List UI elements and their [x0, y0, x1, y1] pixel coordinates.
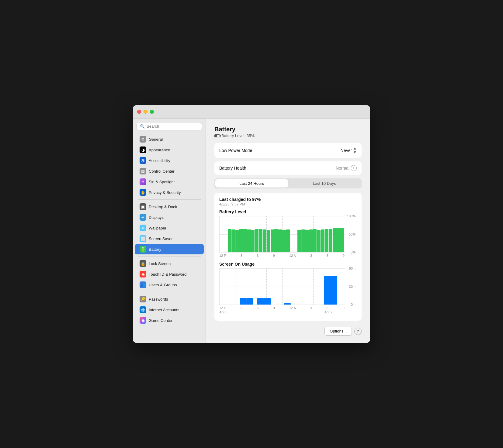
bar-group-15 [282, 216, 286, 252]
battery-health-value-wrap: Normal i [336, 165, 357, 171]
bar-group-r7 [321, 216, 324, 252]
label-50pct: 50% [349, 233, 356, 236]
sx-label-6a: 6 [257, 306, 258, 310]
sidebar-label-controlcenter: Control Center [149, 169, 175, 174]
date-label-left: Apr 6 [219, 310, 279, 314]
label-0pct: 0% [351, 250, 356, 254]
sidebar-label-gamecenter: Game Center [149, 318, 172, 323]
screen-bars [220, 268, 345, 305]
sidebar-item-touchid[interactable]: ◉ Touch ID & Password [135, 269, 204, 279]
sidebar-label-desktop: Desktop & Dock [149, 205, 177, 209]
battery-health-label: Battery Health [219, 166, 246, 171]
bar-4 [239, 229, 243, 252]
sx-label-3b: 3 [310, 306, 312, 310]
sidebar-label-passwords: Passwords [149, 297, 168, 302]
screen-x-labels: 12 P 3 6 9 12 A 3 6 9 [219, 306, 345, 310]
x-label-3b: 3 [310, 254, 312, 257]
sidebar-label-siri: Siri & Spotlight [149, 180, 175, 184]
help-button[interactable]: ? [354, 328, 362, 335]
bar-group-r12 [340, 216, 344, 252]
x-label-6a: 6 [257, 254, 258, 257]
divider-2 [138, 256, 201, 257]
bar-group-r1 [297, 216, 301, 252]
sidebar-item-passwords[interactable]: 🔑 Passwords [135, 294, 204, 304]
time-range-tabs: Last 24 Hours Last 10 Days [214, 178, 362, 188]
x-label-12a: 12 A [289, 254, 296, 257]
sidebar-item-accessibility[interactable]: ♿ Accessibility [135, 155, 204, 166]
x-label-6b: 6 [326, 254, 328, 257]
sidebar-label-internet: Internet Accounts [149, 308, 179, 312]
charge-title: Last charged to 97% [219, 197, 357, 202]
sidebar-item-privacy[interactable]: ✋ Privacy & Security [135, 187, 204, 198]
search-input[interactable] [147, 124, 199, 129]
minimize-button[interactable] [144, 110, 147, 114]
sidebar-item-battery[interactable]: 🔋 Battery [135, 244, 204, 254]
battery-chart-area: 100% 50% 0% [219, 216, 345, 253]
bar-10 [263, 229, 266, 252]
low-power-increment[interactable]: ▲ [353, 146, 357, 150]
options-button[interactable]: Options... [324, 327, 352, 336]
settings-window: 🔍 ⚙ General ◑ Appearance ♿ Accessibility… [133, 105, 370, 343]
screen-usage-title: Screen On Usage [219, 262, 357, 267]
sidebar-item-desktop[interactable]: ▣ Desktop & Dock [135, 202, 204, 212]
general-icon: ⚙ [140, 136, 146, 143]
sidebar-item-screensaver[interactable]: ⬜ Screen Saver [135, 233, 204, 244]
bar-group-11 [267, 216, 270, 252]
sidebar-item-displays[interactable]: ☀ Displays [135, 212, 204, 222]
screen-bar-big [324, 268, 337, 305]
battery-health-info-button[interactable]: i [351, 165, 357, 171]
bar-r5 [313, 229, 317, 252]
sidebar-item-users[interactable]: 👥 Users & Groups [135, 280, 204, 290]
sidebar-item-general[interactable]: ⚙ General [135, 134, 204, 144]
battery-chart-wrapper: 100% 50% 0% [219, 216, 357, 257]
bar-r11 [336, 228, 340, 252]
bar-group-16 [286, 216, 290, 252]
search-box[interactable]: 🔍 [137, 122, 202, 130]
low-power-item: Low Power Mode Never ▲ ▼ [214, 143, 362, 158]
bar-group-0 [220, 216, 227, 252]
bar-group-r10 [333, 216, 336, 252]
battery-level-title: Battery Level [219, 209, 357, 214]
bar-group-9 [259, 216, 262, 252]
tab-10d[interactable]: Last 10 Days [288, 179, 361, 188]
screen-gap-3 [291, 268, 304, 305]
sidebar-label-general: General [149, 137, 163, 142]
privacy-icon: ✋ [140, 189, 146, 196]
sidebar-item-controlcenter[interactable]: ▦ Control Center [135, 166, 204, 176]
sidebar-label-privacy: Privacy & Security [149, 190, 181, 195]
bar-group-r9 [329, 216, 332, 252]
low-power-decrement[interactable]: ▼ [353, 150, 357, 154]
bar-3 [235, 230, 239, 252]
x-label-3a: 3 [241, 254, 242, 257]
screen-b3 [257, 298, 264, 305]
sidebar-label-screensaver: Screen Saver [149, 236, 173, 241]
screen-chart-area: 60m 30m 0m [219, 268, 345, 305]
sidebar-label-lockscreen: Lock Screen [149, 261, 171, 266]
bar-group-4 [239, 216, 243, 252]
sidebar-item-gamecenter[interactable]: ◉ Game Center [135, 315, 204, 326]
date-label-right: Apr 7 [324, 310, 332, 314]
close-button[interactable] [137, 110, 141, 114]
bar-group-14 [278, 216, 282, 252]
traffic-lights [137, 110, 154, 114]
low-power-value: Never ▲ ▼ [341, 146, 357, 154]
lockscreen-icon: 🔒 [140, 260, 146, 267]
gamecenter-icon: ◉ [140, 317, 146, 324]
bar-8 [255, 229, 258, 252]
bar-12 [271, 229, 274, 252]
sidebar-item-wallpaper[interactable]: ❄ Wallpaper [135, 223, 204, 233]
sidebar-item-siri[interactable]: ✦ Siri & Spotlight [135, 177, 204, 187]
bar-group-12 [271, 216, 274, 252]
sidebar-item-appearance[interactable]: ◑ Appearance [135, 145, 204, 155]
grid-0: 0% [220, 252, 345, 253]
tab-24h[interactable]: Last 24 Hours [215, 179, 288, 188]
fullscreen-button[interactable] [150, 110, 154, 114]
screen-b2 [247, 298, 253, 305]
screen-b4 [264, 298, 270, 305]
bar-r2 [301, 229, 305, 252]
sidebar-item-lockscreen[interactable]: 🔒 Lock Screen [135, 258, 204, 269]
sidebar-item-internet[interactable]: @ Internet Accounts [135, 305, 204, 315]
bar-13 [274, 229, 278, 252]
screen-gap-mid [254, 268, 257, 305]
sidebar-label-battery: Battery [149, 247, 161, 252]
